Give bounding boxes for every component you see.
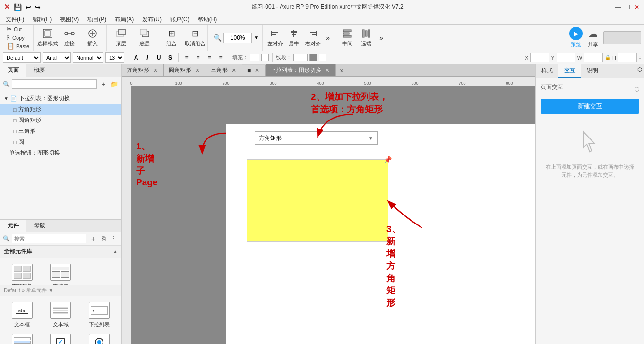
align-right-button[interactable]: 右对齐 [304, 26, 321, 49]
menu-view[interactable]: 视图(V) [56, 14, 83, 25]
menu-publish[interactable]: 发布(U) [138, 14, 165, 25]
redo-icon[interactable]: ↪ [35, 3, 41, 11]
w-input[interactable] [584, 53, 603, 62]
bottom-layer-button[interactable]: 底层 [134, 26, 155, 49]
masters-tab[interactable]: 母版 [26, 220, 53, 232]
page-item-yuanjiaojuxing[interactable]: □ 圆角矩形 [0, 115, 121, 126]
font-select[interactable]: Arial [43, 52, 71, 63]
comp-listbox[interactable]: 列表框 [4, 332, 41, 344]
menu-account[interactable]: 账户(C) [166, 14, 193, 25]
copy-button[interactable]: ⎘ Copy [5, 34, 31, 42]
comp-relay[interactable]: 中继器 [43, 262, 79, 285]
cut-button[interactable]: ✂ Cut [5, 25, 31, 33]
comp-checkbox[interactable]: ✓ 复选框 [43, 332, 79, 344]
save-icon[interactable]: 💾 [14, 3, 22, 11]
strikethrough-button[interactable]: S [165, 53, 175, 62]
ungroup-button[interactable]: ⊟ 取消组合 [185, 26, 206, 49]
page-item-sanjiaoxing[interactable]: □ 三角形 [0, 126, 121, 137]
fill-color[interactable] [250, 54, 259, 61]
minimize-btn[interactable]: — [615, 4, 621, 10]
notes-tab[interactable]: 说明 [581, 64, 604, 78]
justify-button[interactable]: ≡ [216, 53, 225, 62]
panel-expand-icon[interactable]: ⬡ [635, 64, 644, 78]
stroke-color[interactable] [293, 54, 308, 61]
tab-close-1[interactable]: ✕ [194, 67, 201, 74]
tab-fangjiao[interactable]: 方角矩形 ✕ [122, 64, 164, 76]
new-interaction-button[interactable]: 新建交互 [541, 99, 639, 114]
insert-button[interactable]: 插入 [81, 26, 104, 49]
dropdown-widget[interactable]: 方角矩形 ▼ [255, 131, 378, 145]
comp-add-button[interactable]: + [88, 234, 98, 243]
more-button[interactable]: » [323, 26, 333, 49]
tab-dropdown-active[interactable]: 下拉列表：图形切换 ✕ [266, 64, 336, 76]
connect-button[interactable]: 连接 [59, 26, 80, 49]
zoom-input[interactable] [223, 33, 252, 43]
tab-close-0[interactable]: ✕ [152, 67, 159, 74]
pages-tab[interactable]: 页面 [0, 64, 26, 77]
align-center-text-button[interactable]: ≡ [193, 53, 203, 62]
bold-button[interactable]: A [131, 53, 141, 62]
tab-close-3[interactable]: ✕ [254, 67, 260, 74]
menu-project[interactable]: 项目(P) [84, 14, 110, 25]
tab-yuanjiao[interactable]: 圆角矩形 ✕ [164, 64, 206, 76]
add-page-button[interactable]: + [99, 79, 108, 89]
x-input[interactable] [530, 53, 549, 62]
group-button[interactable]: ⊞ 组合 [161, 26, 182, 49]
comp-more-button[interactable]: ⋮ [109, 234, 119, 243]
page-item-yuan[interactable]: □ 圆 [0, 137, 121, 147]
tab-sanjiaoxing[interactable]: 三角形 ✕ [206, 64, 242, 76]
menu-file[interactable]: 文件(F) [2, 14, 28, 25]
more2-button[interactable]: » [377, 26, 386, 49]
preview-button[interactable]: ▶ 预览 [569, 27, 583, 48]
dist-h-button[interactable]: 远端 [358, 26, 375, 49]
size-select[interactable]: 13 [105, 52, 124, 63]
align-left-text-button[interactable]: ≡ [182, 53, 191, 62]
align-right-text-button[interactable]: ≡ [205, 53, 214, 62]
comp-copy-button[interactable]: ⎘ [99, 234, 108, 243]
comp-textbox[interactable]: abc 文本框 [4, 300, 41, 330]
tab-close-2[interactable]: ✕ [231, 67, 237, 74]
undo-icon[interactable]: ↩ [26, 3, 31, 11]
align-left-button[interactable]: 左对齐 [266, 26, 283, 49]
h-input[interactable] [618, 53, 637, 62]
align-center-button[interactable]: 居中 [285, 26, 302, 49]
yellow-rectangle[interactable]: 📌 [247, 159, 388, 242]
comp-inline-frame[interactable]: 内联框架 [4, 262, 41, 285]
menu-help[interactable]: 帮助(H) [194, 14, 221, 25]
page-item-danxuan[interactable]: □ 单选按钮：图形切换 [0, 147, 121, 158]
select-mode-button[interactable]: 选择模式 [37, 26, 58, 49]
comp-search-input[interactable] [12, 234, 86, 243]
canvas-container[interactable]: 0 100 200 300 400 500 600 700 800 方角矩形 ▼ [122, 77, 535, 344]
page-search-input[interactable] [12, 79, 97, 89]
style-select[interactable]: Default [3, 52, 41, 63]
zoom-dropdown-icon[interactable]: ▼ [254, 35, 258, 40]
add-folder-button[interactable]: 📁 [109, 79, 119, 89]
tab-close-4[interactable]: ✕ [324, 67, 331, 74]
share-icon: ☁ [586, 27, 600, 40]
top-layer-button[interactable]: 顶层 [111, 26, 131, 49]
y-input[interactable] [557, 53, 575, 62]
comp-radio[interactable]: 单选按钮 [81, 332, 118, 344]
tab-icon[interactable]: ■ ✕ [242, 65, 266, 76]
dist-v-button[interactable]: 中间 [339, 26, 356, 49]
interaction-tab[interactable]: 交互 [558, 64, 581, 78]
components-tab[interactable]: 元件 [0, 220, 26, 232]
weight-select[interactable]: Normal [73, 52, 103, 63]
paste-button[interactable]: 📋 Paste [5, 42, 31, 50]
close-btn[interactable]: ✕ [634, 4, 640, 10]
style-tab[interactable]: 样式 [536, 64, 558, 78]
maximize-btn[interactable]: ☐ [624, 4, 631, 10]
italic-button[interactable]: I [143, 53, 152, 62]
menu-layout[interactable]: 布局(A) [111, 14, 137, 25]
page-item-fangjiaojuxing[interactable]: □ 方角矩形 [0, 104, 121, 115]
comp-textarea[interactable]: 文本域 [43, 300, 79, 330]
share-button[interactable]: ☁ 共享 [586, 27, 600, 48]
tabs-more-button[interactable]: » [336, 65, 347, 76]
outline-tab[interactable]: 概要 [26, 64, 53, 77]
comp-dropdown[interactable]: ▾ 下拉列表 [81, 300, 118, 330]
comp-category[interactable]: Default » 常单元件 ▼ [0, 285, 121, 296]
underline-button[interactable]: U [154, 53, 163, 62]
page-tree-root[interactable]: ▼ 📄 下拉列表：图形切换 [0, 93, 121, 104]
menu-edit[interactable]: 编辑(E) [29, 14, 55, 25]
comp-library-header[interactable]: 全部元件库 ▲ [0, 246, 121, 258]
